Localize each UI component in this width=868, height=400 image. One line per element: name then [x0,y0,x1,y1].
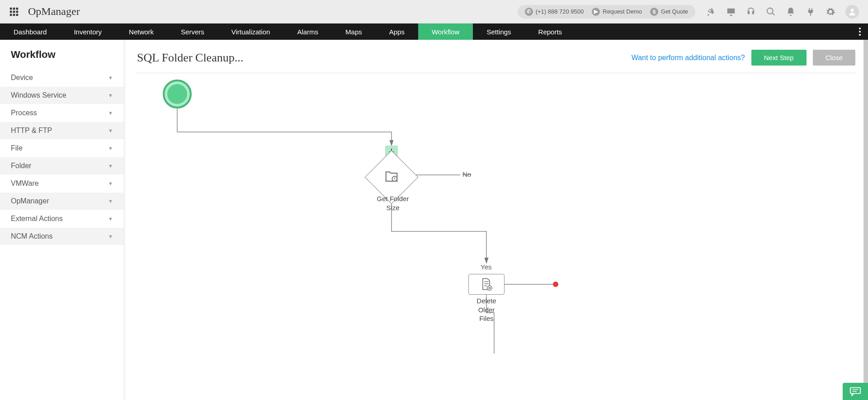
brand-title: OpManager [28,5,80,18]
svg-point-10 [859,28,861,29]
sidebar-item-ncm-actions[interactable]: NCM Actions▼ [0,227,124,245]
sidebar-item-label: File [11,144,23,152]
nav-dashboard[interactable]: Dashboard [0,24,60,40]
nav-more-icon[interactable] [852,24,868,40]
sidebar-item-label: Folder [11,162,31,170]
top-icons [706,5,859,19]
nav-network[interactable]: Network [115,24,167,40]
phone-link[interactable]: ✆ (+1) 888 720 9500 [522,7,587,17]
plug-icon[interactable] [806,7,816,17]
nav-alarms[interactable]: Alarms [283,24,332,40]
file-delete-icon [480,278,493,291]
svg-point-9 [851,9,854,12]
close-button[interactable]: Close [813,50,855,66]
content-header: SQL Folder Cleanup... Want to perform ad… [137,50,855,73]
svg-rect-4 [13,10,15,13]
phone-icon: ✆ [525,8,533,16]
nav-maps[interactable]: Maps [332,24,376,40]
headset-icon[interactable] [746,7,756,17]
sidebar-item-device[interactable]: Device▼ [0,69,124,86]
sidebar-item-label: VMWare [11,179,39,188]
chevron-down-icon: ▼ [108,181,113,186]
vertical-scrollbar[interactable] [863,40,868,400]
sidebar-item-opmanager[interactable]: OpManager▼ [0,192,124,210]
request-demo-link[interactable]: ▶ Request Demo [589,7,645,17]
svg-rect-1 [13,7,15,9]
svg-rect-8 [16,14,19,16]
decision-label: Get Folder Size [375,194,411,212]
sidebar-item-http-ftp[interactable]: HTTP & FTP▼ [0,122,124,139]
sidebar-item-vmware[interactable]: VMWare▼ [0,174,124,192]
workflow-start-node[interactable] [163,80,192,108]
sidebar-item-label: NCM Actions [11,232,52,240]
sidebar-item-folder[interactable]: Folder▼ [0,157,124,174]
chevron-down-icon: ▼ [108,198,113,204]
svg-rect-0 [10,7,12,9]
sidebar: Workflow Device▼ Windows Service▼ Proces… [0,40,124,400]
sidebar-item-label: Process [11,109,37,117]
svg-point-12 [859,34,861,36]
nav-settings[interactable]: Settings [473,24,524,40]
flow-end-dot [553,282,558,287]
nav-reports[interactable]: Reports [525,24,576,40]
chat-fab[interactable] [843,383,868,400]
workflow-canvas-container: SQL Folder Cleanup... Want to perform ad… [124,40,868,400]
bell-icon[interactable] [786,7,796,17]
main-nav: Dashboard Inventory Network Servers Virt… [0,24,868,40]
contact-pill: ✆ (+1) 888 720 9500 ▶ Request Demo $ Get… [518,5,695,19]
svg-rect-7 [13,14,15,16]
scrollbar-thumb[interactable] [863,40,868,400]
svg-rect-15 [850,388,860,394]
action-delete-older-files[interactable] [468,274,505,295]
quote-icon: $ [650,8,658,16]
chevron-down-icon: ▼ [108,128,113,133]
next-step-button[interactable]: Next Step [751,50,807,66]
workflow-canvas[interactable]: Get Folder Size No Yes Delete Older File… [137,73,855,353]
sidebar-item-file[interactable]: File▼ [0,139,124,157]
sidebar-item-label: HTTP & FTP [11,127,52,135]
svg-rect-2 [16,7,19,9]
svg-point-11 [859,31,861,33]
get-quote-text: Get Quote [661,8,688,15]
svg-rect-6 [10,14,12,16]
chevron-down-icon: ▼ [108,110,113,116]
presentation-icon[interactable] [726,7,736,17]
edge-label-yes: Yes [481,263,491,271]
additional-actions-link[interactable]: Want to perform additional actions? [632,54,745,62]
nav-inventory[interactable]: Inventory [60,24,115,40]
sidebar-item-process[interactable]: Process▼ [0,104,124,122]
sidebar-item-windows-service[interactable]: Windows Service▼ [0,86,124,104]
chevron-down-icon: ▼ [108,93,113,98]
topbar: OpManager ✆ (+1) 888 720 9500 ▶ Request … [0,0,868,24]
search-icon[interactable] [766,7,776,17]
chevron-down-icon: ▼ [108,146,113,151]
edge-label-no: No [462,170,471,178]
chevron-down-icon: ▼ [108,234,113,239]
rocket-icon[interactable] [706,7,716,17]
request-demo-text: Request Demo [603,8,642,15]
svg-rect-3 [10,10,12,13]
nav-virtualization[interactable]: Virtualization [218,24,284,40]
sidebar-item-label: OpManager [11,197,49,205]
phone-text: (+1) 888 720 9500 [536,8,584,15]
chevron-down-icon: ▼ [108,163,113,169]
nav-workflow[interactable]: Workflow [418,24,473,40]
nav-servers[interactable]: Servers [167,24,218,40]
chevron-down-icon: ▼ [108,75,113,80]
folder-icon [384,169,399,185]
chevron-down-icon: ▼ [108,216,113,221]
nav-apps[interactable]: Apps [376,24,418,40]
sidebar-title: Workflow [0,40,124,69]
sidebar-item-external-actions[interactable]: External Actions▼ [0,210,124,227]
sidebar-item-label: External Actions [11,215,63,223]
get-quote-link[interactable]: $ Get Quote [647,7,691,17]
workflow-title: SQL Folder Cleanup... [137,51,243,65]
svg-rect-5 [16,10,19,13]
action-label: Delete Older Files [471,296,502,323]
demo-icon: ▶ [592,8,600,16]
sidebar-item-label: Device [11,74,33,82]
sidebar-item-label: Windows Service [11,91,66,99]
gear-icon[interactable] [826,7,835,17]
apps-grid-icon[interactable] [9,7,19,17]
avatar[interactable] [845,5,859,19]
